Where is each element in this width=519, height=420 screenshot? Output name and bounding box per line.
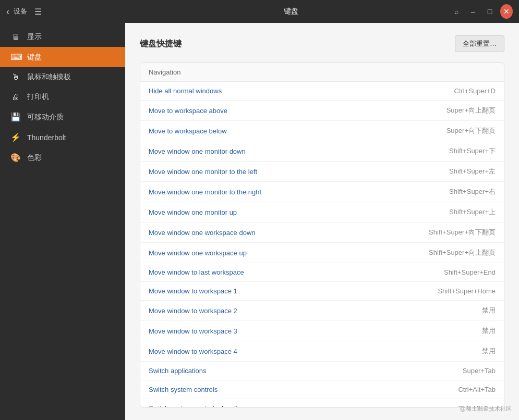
shortcut-key: Shift+Super+右 [449,187,496,196]
table-row[interactable]: Move window to workspace 1Shift+Super+Ho… [140,282,504,301]
content-header: 键盘快捷键 全部重置… [140,35,504,52]
content-title: 键盘快捷键 [140,39,182,50]
shortcut-label: Move window one workspace up [149,249,429,257]
content-area: 键盘快捷键 全部重置… Navigation Hide all normal w… [125,23,519,420]
display-icon: 🖥 [10,32,21,42]
shortcut-rows: Hide all normal windowsCtrl+Super+DMove … [140,82,504,407]
sidebar-label-color: 色彩 [27,153,42,163]
sidebar-label-thunderbolt: Thunderbolt [27,133,66,142]
search-button[interactable]: ⌕ [450,4,463,19]
shortcut-key: Shift+Super+End [444,268,496,276]
sidebar: 🖥 显示 ⌨ 键盘 🖱 鼠标和触摸板 🖨 打印机 💾 可移动介质 ⚡ Thund… [0,23,125,420]
table-row[interactable]: Move window one monitor downShift+Super+… [140,141,504,162]
sidebar-item-mouse[interactable]: 🖱 鼠标和触摸板 [0,67,125,87]
table-row[interactable]: Move window one monitor to the leftShift… [140,162,504,182]
table-row[interactable]: Move window one workspace upShift+Super+… [140,243,504,263]
title-bar-center: 键盘 [131,7,450,16]
shortcut-key: Super+向上翻页 [446,106,496,115]
shortcut-table: Navigation Hide all normal windowsCtrl+S… [140,63,504,407]
main-layout: 🖥 显示 ⌨ 键盘 🖱 鼠标和触摸板 🖨 打印机 💾 可移动介质 ⚡ Thund… [0,23,519,420]
shortcut-key: Shift+Super+下 [449,146,496,156]
sidebar-label-keyboard: 键盘 [27,53,42,62]
title-bar: ‹ 设备 ☰ 键盘 ⌕ – □ ✕ [0,0,519,23]
table-row[interactable]: Switch system controls directlyCtrl+Alt+… [140,399,504,407]
shortcut-key: Super+向下翻页 [446,126,496,135]
app-title: 设备 [14,7,27,16]
menu-button[interactable]: ☰ [34,7,42,17]
table-row[interactable]: Move window to last workspaceShift+Super… [140,263,504,282]
thunderbolt-icon: ⚡ [10,132,21,142]
shortcut-label: Move window one monitor to the left [149,168,449,176]
shortcut-label: Move window to workspace 3 [149,327,482,335]
table-row[interactable]: Move window one workspace downShift+Supe… [140,223,504,243]
shortcut-key: Shift+Super+向下翻页 [429,228,496,237]
sidebar-item-printer[interactable]: 🖨 打印机 [0,87,125,107]
table-row[interactable]: Move window to workspace 3禁用 [140,321,504,341]
sidebar-label-display: 显示 [27,32,42,42]
sidebar-item-thunderbolt[interactable]: ⚡ Thunderbolt [0,127,125,147]
shortcut-label: Move window to last workspace [149,268,444,276]
mouse-icon: 🖱 [10,72,21,82]
window-title: 键盘 [284,7,298,16]
table-row[interactable]: Move window to workspace 2禁用 [140,301,504,321]
shortcut-label: Switch system controls [149,386,458,393]
table-row[interactable]: Switch system controlsCtrl+Alt+Tab [140,380,504,399]
reset-button[interactable]: 全部重置… [455,35,504,52]
table-row[interactable]: Hide all normal windowsCtrl+Super+D [140,82,504,101]
sidebar-label-removable: 可移动介质 [27,113,64,122]
shortcut-key: Shift+Super+上 [449,207,496,217]
table-row[interactable]: Move to workspace aboveSuper+向上翻页 [140,101,504,121]
sidebar-item-removable[interactable]: 💾 可移动介质 [0,107,125,127]
removable-icon: 💾 [10,112,21,122]
keyboard-icon: ⌨ [10,52,21,62]
shortcut-label: Move window one monitor to the right [149,188,449,196]
shortcut-key: Ctrl+Alt+Esc [458,404,496,407]
sidebar-item-keyboard[interactable]: ⌨ 键盘 [0,47,125,67]
sidebar-label-mouse: 鼠标和触摸板 [27,72,71,82]
table-row[interactable]: Move window one monitor to the rightShif… [140,182,504,202]
title-bar-left: ‹ 设备 ☰ [6,6,131,17]
shortcut-label: Move window one monitor down [149,147,449,155]
shortcut-label: Move window one workspace down [149,229,429,237]
section-header: Navigation [140,63,504,82]
shortcut-label: Switch system controls directly [149,404,458,407]
shortcut-key: 禁用 [482,306,496,315]
shortcut-key: Shift+Super+Home [438,287,496,295]
shortcut-label: Hide all normal windows [149,87,454,95]
shortcut-key: Shift+Super+向上翻页 [429,248,496,257]
sidebar-item-display[interactable]: 🖥 显示 [0,27,125,47]
table-row[interactable]: Move to workspace belowSuper+向下翻页 [140,121,504,141]
shortcut-label: Move window to workspace 2 [149,307,482,315]
shortcut-key: Shift+Super+左 [449,167,496,176]
title-bar-right: ⌕ – □ ✕ [450,4,513,19]
shortcut-key: Ctrl+Super+D [454,87,496,95]
table-row[interactable]: Switch applicationsSuper+Tab [140,362,504,380]
shortcut-label: Move window to workspace 1 [149,287,438,295]
maximize-button[interactable]: □ [484,4,496,19]
shortcut-label: Move to workspace above [149,107,446,115]
shortcut-key: Super+Tab [463,367,496,375]
close-button[interactable]: ✕ [500,4,513,19]
shortcut-key: Ctrl+Alt+Tab [458,386,496,393]
color-icon: 🎨 [10,153,21,163]
table-row[interactable]: Move window to workspace 4禁用 [140,341,504,362]
printer-icon: 🖨 [10,92,21,102]
sidebar-label-printer: 打印机 [27,92,49,102]
minimize-button[interactable]: – [467,4,479,19]
sidebar-item-color[interactable]: 🎨 色彩 [0,147,125,168]
back-button[interactable]: ‹ [6,6,9,17]
shortcut-label: Move window one monitor up [149,208,449,216]
table-row[interactable]: Move window one monitor upShift+Super+上 [140,202,504,223]
shortcut-label: Move window to workspace 4 [149,348,482,355]
shortcut-key: 禁用 [482,347,496,356]
shortcut-label: Switch applications [149,367,463,375]
shortcut-label: Move to workspace below [149,127,446,135]
shortcut-key: 禁用 [482,326,496,336]
